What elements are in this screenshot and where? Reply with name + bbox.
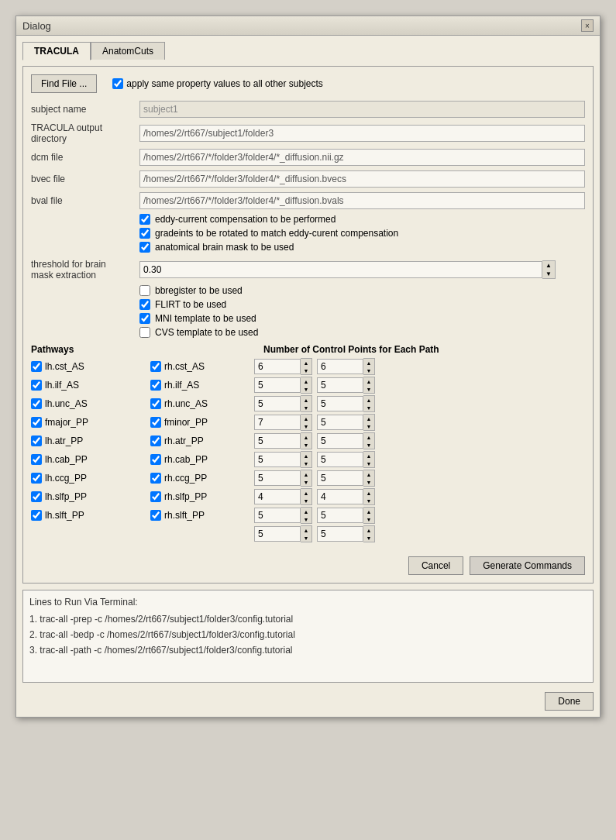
ctrl1-up-6[interactable]: ▲ [301, 470, 311, 478]
lh-checkbox-5[interactable] [31, 454, 42, 465]
lh-pathway-6[interactable]: lh.ccg_PP [31, 473, 147, 484]
bbregister-checkbox[interactable] [139, 285, 150, 296]
cvs-checkbox[interactable] [139, 327, 150, 338]
ctrl2-input-3[interactable] [317, 415, 363, 430]
rh-pathway-6[interactable]: rh.ccg_PP [150, 473, 251, 484]
find-file-button[interactable]: Find File ... [31, 74, 97, 93]
gradeints-checkbox-row[interactable]: gradeints to be rotated to match eddy-cu… [139, 228, 585, 239]
dcm-file-input[interactable] [139, 149, 585, 166]
anatomical-checkbox-row[interactable]: anatomical brain mask to be used [139, 242, 585, 253]
ctrl2-input-6[interactable] [317, 470, 363, 486]
bbregister-checkbox-row[interactable]: bbregister to be used [139, 285, 585, 296]
mni-checkbox[interactable] [139, 313, 150, 324]
rh-checkbox-5[interactable] [150, 454, 161, 465]
rh-pathway-3[interactable]: fminor_PP [150, 417, 251, 428]
subject-name-input[interactable] [139, 101, 585, 118]
done-button[interactable]: Done [545, 692, 594, 711]
ctrl1-input-3[interactable] [254, 415, 301, 430]
ctrl1-up-0[interactable]: ▲ [301, 359, 311, 367]
lh-pathway-8[interactable]: lh.slft_PP [31, 510, 147, 521]
ctrl2-down-8[interactable]: ▼ [363, 515, 374, 523]
rh-checkbox-2[interactable] [150, 398, 161, 409]
mni-checkbox-row[interactable]: MNI template to be used [139, 313, 585, 324]
rh-checkbox-8[interactable] [150, 510, 161, 521]
ctrl1-up-5[interactable]: ▲ [301, 452, 311, 460]
rh-pathway-7[interactable]: rh.slfp_PP [150, 491, 251, 502]
ctrl2-up-4[interactable]: ▲ [363, 433, 374, 441]
ctrl2-down-6[interactable]: ▼ [363, 478, 374, 486]
ctrl2-down-0[interactable]: ▼ [363, 367, 374, 374]
flirt-checkbox[interactable] [139, 299, 150, 310]
ctrl2-up-5[interactable]: ▲ [363, 452, 374, 460]
lh-pathway-1[interactable]: lh.ilf_AS [31, 380, 147, 391]
ctrl1-up-8[interactable]: ▲ [301, 508, 311, 515]
ctrl1-down-7[interactable]: ▼ [301, 497, 311, 504]
ctrl1-down-8[interactable]: ▼ [301, 515, 311, 523]
lh-checkbox-1[interactable] [31, 380, 42, 391]
ctrl2-input-9[interactable] [317, 526, 363, 542]
lh-pathway-7[interactable]: lh.slfp_PP [31, 491, 147, 502]
ctrl1-input-2[interactable] [254, 396, 301, 411]
apply-same-label[interactable]: apply same property values to all other … [112, 78, 322, 89]
rh-checkbox-7[interactable] [150, 491, 161, 502]
eddy-checkbox[interactable] [139, 214, 150, 225]
lh-pathway-4[interactable]: lh.atr_PP [31, 435, 147, 446]
bvec-file-input[interactable] [139, 170, 585, 188]
tab-anatomcuts[interactable]: AnatomCuts [91, 42, 165, 60]
ctrl2-input-0[interactable] [317, 359, 363, 374]
ctrl2-down-7[interactable]: ▼ [363, 497, 374, 504]
ctrl2-input-5[interactable] [317, 452, 363, 467]
lh-checkbox-4[interactable] [31, 435, 42, 446]
ctrl1-input-9[interactable] [254, 526, 301, 542]
ctrl2-up-0[interactable]: ▲ [363, 359, 374, 367]
rh-checkbox-0[interactable] [150, 361, 161, 372]
ctrl1-up-7[interactable]: ▲ [301, 489, 311, 497]
ctrl1-down-1[interactable]: ▼ [301, 385, 311, 393]
ctrl1-down-3[interactable]: ▼ [301, 422, 311, 430]
ctrl2-input-7[interactable] [317, 489, 363, 504]
ctrl2-down-4[interactable]: ▼ [363, 441, 374, 449]
rh-checkbox-1[interactable] [150, 380, 161, 391]
anatomical-checkbox[interactable] [139, 242, 150, 253]
ctrl2-up-3[interactable]: ▲ [363, 415, 374, 422]
ctrl1-up-9[interactable]: ▲ [301, 526, 311, 534]
tracula-output-input[interactable] [139, 125, 585, 142]
ctrl2-down-3[interactable]: ▼ [363, 422, 374, 430]
ctrl2-down-1[interactable]: ▼ [363, 385, 374, 393]
ctrl2-down-5[interactable]: ▼ [363, 460, 374, 467]
ctrl2-up-1[interactable]: ▲ [363, 377, 374, 385]
ctrl2-input-2[interactable] [317, 396, 363, 411]
rh-pathway-1[interactable]: rh.ilf_AS [150, 380, 251, 391]
cancel-button[interactable]: Cancel [408, 556, 463, 575]
lh-pathway-0[interactable]: lh.cst_AS [31, 361, 147, 372]
lh-checkbox-0[interactable] [31, 361, 42, 372]
ctrl2-up-2[interactable]: ▲ [363, 396, 374, 404]
threshold-input[interactable] [139, 261, 542, 278]
ctrl1-input-8[interactable] [254, 508, 301, 523]
ctrl2-up-7[interactable]: ▲ [363, 489, 374, 497]
lh-checkbox-7[interactable] [31, 491, 42, 502]
apply-same-checkbox[interactable] [112, 78, 123, 89]
ctrl2-down-9[interactable]: ▼ [363, 534, 374, 542]
lh-checkbox-3[interactable] [31, 417, 42, 428]
lh-checkbox-2[interactable] [31, 398, 42, 409]
ctrl1-up-3[interactable]: ▲ [301, 415, 311, 422]
ctrl1-input-6[interactable] [254, 470, 301, 486]
rh-pathway-4[interactable]: rh.atr_PP [150, 435, 251, 446]
ctrl1-input-0[interactable] [254, 359, 301, 374]
eddy-checkbox-row[interactable]: eddy-current compensation to be performe… [139, 214, 585, 225]
lh-pathway-2[interactable]: lh.unc_AS [31, 398, 147, 409]
ctrl2-up-8[interactable]: ▲ [363, 508, 374, 515]
tab-tracula[interactable]: TRACULA [22, 42, 91, 60]
lh-checkbox-6[interactable] [31, 473, 42, 484]
gradeints-checkbox[interactable] [139, 228, 150, 239]
close-button[interactable]: × [581, 19, 594, 32]
ctrl1-up-4[interactable]: ▲ [301, 433, 311, 441]
ctrl2-down-2[interactable]: ▼ [363, 404, 374, 411]
rh-pathway-0[interactable]: rh.cst_AS [150, 361, 251, 372]
ctrl1-down-4[interactable]: ▼ [301, 441, 311, 449]
cvs-checkbox-row[interactable]: CVS template to be used [139, 327, 585, 338]
lh-pathway-3[interactable]: fmajor_PP [31, 417, 147, 428]
ctrl2-up-9[interactable]: ▲ [363, 526, 374, 534]
rh-checkbox-4[interactable] [150, 435, 161, 446]
